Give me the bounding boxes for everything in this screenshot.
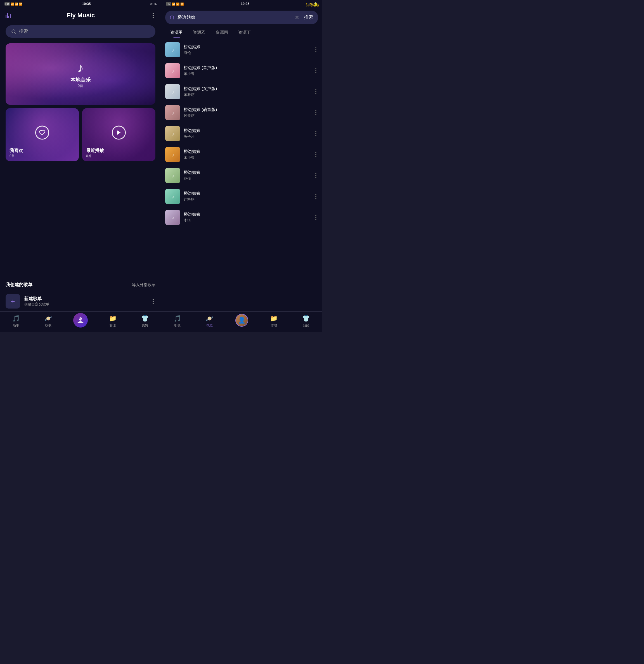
nav-profile[interactable]: 👕 我的: [137, 315, 153, 328]
result-more-button[interactable]: [314, 66, 318, 75]
result-info: 桥边姑娘 (女声版) 宋雅萌: [184, 86, 310, 97]
result-artist: 宋小睿: [184, 71, 310, 76]
tab-source-b[interactable]: 资源乙: [188, 27, 210, 38]
svg-text:♪: ♪: [171, 68, 174, 74]
result-artist: 海伦: [184, 50, 310, 55]
result-info: 桥边姑娘 (萌童版) 钟奕萌: [184, 107, 310, 118]
nav-manage-label: 管理: [109, 323, 116, 328]
music-note-nav-icon: 🎵: [12, 315, 20, 322]
local-music-count: 0首: [78, 83, 83, 88]
likes-card[interactable]: 我喜欢 0首: [6, 108, 79, 161]
shirt-nav-icon: 👕: [141, 315, 149, 322]
result-item[interactable]: ♪ 桥边姑娘 (萌童版) 钟奕萌: [165, 102, 318, 123]
clear-button[interactable]: ✕: [295, 15, 299, 21]
svg-text:♪: ♪: [171, 151, 174, 158]
nav-manage[interactable]: 📁 管理: [104, 315, 121, 328]
nav-find[interactable]: 🪐 找歌: [40, 315, 57, 328]
svg-text:♪: ♪: [171, 214, 174, 221]
result-artist: 花僮: [184, 176, 310, 181]
result-more-button[interactable]: [314, 213, 318, 222]
nav-listen[interactable]: 🎵 听歌: [8, 315, 25, 328]
result-more-button[interactable]: [314, 108, 318, 117]
result-thumb: ♪: [165, 147, 180, 162]
result-more-button[interactable]: [314, 45, 318, 54]
nav-profile-right[interactable]: 👕 我的: [298, 315, 314, 328]
new-playlist-subtitle: 创建自定义歌单: [24, 302, 147, 307]
search-input[interactable]: [178, 15, 292, 20]
battery-left: 81%: [150, 2, 157, 5]
recent-card[interactable]: 最近播放 0首: [82, 108, 155, 161]
result-thumb: ♪: [165, 105, 180, 120]
tab-source-a[interactable]: 资源甲: [165, 27, 188, 38]
nav-manage-right[interactable]: 📁 管理: [266, 315, 282, 328]
nav-find-right[interactable]: 🪐 找歌: [201, 315, 218, 328]
result-more-button[interactable]: [314, 150, 318, 159]
nav-center[interactable]: [72, 315, 89, 328]
result-info: 桥边姑娘 宋小睿: [184, 149, 310, 160]
shirt-nav-icon-right: 👕: [302, 315, 310, 322]
nav-avatar-right[interactable]: 👤: [233, 316, 250, 327]
search-input-bar[interactable]: ✕ 搜索: [165, 11, 318, 24]
result-title: 桥边姑娘: [184, 149, 310, 154]
result-item[interactable]: ♪ 桥边姑娘 红格格: [165, 186, 318, 207]
result-thumb: ♪: [165, 168, 180, 183]
nav-profile-label: 我的: [142, 323, 148, 328]
hd-badge: HD: [4, 2, 10, 5]
playlist-section-title: 我创建的歌单: [6, 282, 33, 288]
playlist-more-button[interactable]: [151, 297, 155, 306]
new-playlist-title: 新建歌单: [24, 296, 147, 302]
result-info: 桥边姑娘 红格格: [184, 191, 310, 202]
result-title: 桥边姑娘 (萌童版): [184, 107, 310, 112]
nav-listen-right[interactable]: 🎵 听歌: [169, 315, 186, 328]
new-playlist-row[interactable]: + 新建歌单 创建自定义歌单: [6, 291, 155, 311]
local-music-title: 本地音乐: [70, 77, 90, 83]
nav-manage-label-right: 管理: [271, 323, 277, 328]
result-item[interactable]: ♪ 桥边姑娘 (童声版) 宋小睿: [165, 60, 318, 81]
equalizer-icon[interactable]: [6, 13, 11, 18]
center-button[interactable]: [73, 313, 88, 328]
result-info: 桥边姑娘 李恒: [184, 212, 310, 223]
result-thumb: ♪: [165, 189, 180, 204]
svg-text:♪: ♪: [171, 47, 174, 53]
sub-cards: 我喜欢 0首 最近播放 0首: [6, 108, 155, 161]
result-item[interactable]: ♪ 桥边姑娘 (女声版) 宋雅萌: [165, 81, 318, 102]
import-playlist-button[interactable]: 导入外部歌单: [132, 283, 155, 288]
result-more-button[interactable]: [314, 171, 318, 180]
search-icon-right: [170, 15, 175, 20]
playlist-section: 我创建的歌单 导入外部歌单 + 新建歌单 创建自定义歌单: [0, 282, 161, 311]
result-item[interactable]: ♪ 桥边姑娘 宋小睿: [165, 144, 318, 165]
result-artist: 宋雅萌: [184, 92, 310, 97]
result-item[interactable]: ♪ 桥边姑娘 李恒: [165, 207, 318, 228]
result-more-button[interactable]: [314, 129, 318, 138]
svg-text:♪: ♪: [171, 130, 174, 137]
cards-section: ♪ 本地音乐 0首 我喜欢 0首: [0, 40, 161, 282]
result-item[interactable]: ♪ 桥边姑娘 花僮: [165, 165, 318, 186]
result-item[interactable]: ♪ 桥边姑娘 海伦: [165, 39, 318, 60]
search-submit-button[interactable]: 搜索: [302, 14, 315, 22]
svg-line-5: [173, 18, 174, 19]
result-title: 桥边姑娘 (童声版): [184, 65, 310, 70]
likes-count: 0首: [9, 154, 75, 159]
bottom-nav-left: 🎵 听歌 🪐 找歌 📁 管理 👕 我的: [0, 311, 161, 332]
header-more-button[interactable]: [151, 11, 155, 20]
tab-source-c[interactable]: 资源丙: [210, 27, 233, 38]
result-more-button[interactable]: [314, 87, 318, 96]
result-more-button[interactable]: [314, 192, 318, 201]
svg-point-0: [12, 29, 15, 33]
time-left: 10:35: [82, 2, 91, 6]
local-music-card[interactable]: ♪ 本地音乐 0首: [6, 43, 155, 105]
result-title: 桥边姑娘: [184, 44, 310, 49]
search-placeholder: 搜索: [19, 28, 28, 34]
result-title: 桥边姑娘: [184, 170, 310, 175]
left-panel: HD 📶 📶 🛜 10:35 81% Fly Music 搜索 ♪: [0, 0, 161, 332]
result-info: 桥边姑娘 花僮: [184, 170, 310, 181]
play-icon: [112, 126, 126, 140]
heart-icon: [35, 126, 49, 140]
svg-marker-2: [117, 130, 121, 135]
search-tabs: 资源甲 资源乙 资源丙 资源丁: [161, 27, 322, 38]
new-playlist-icon: +: [6, 294, 20, 309]
search-bar[interactable]: 搜索: [6, 25, 155, 38]
result-item[interactable]: ♪ 桥边姑娘 兔子牙: [165, 123, 318, 144]
discover-nav-icon-right: 🪐: [206, 315, 213, 322]
tab-source-d[interactable]: 资源丁: [233, 27, 256, 38]
